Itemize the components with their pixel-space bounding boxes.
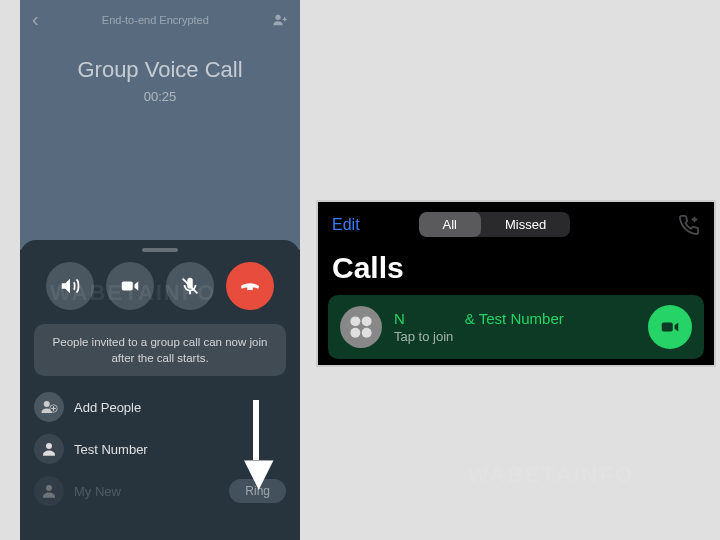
call-timer: 00:25 — [20, 89, 300, 104]
add-people-icon — [34, 392, 64, 422]
svg-point-11 — [362, 328, 372, 338]
svg-point-0 — [275, 14, 280, 19]
svg-rect-12 — [662, 322, 673, 331]
add-participant-icon[interactable] — [272, 12, 288, 28]
mute-button[interactable] — [166, 262, 214, 310]
svg-point-9 — [362, 316, 372, 326]
card-subtitle: Tap to join — [394, 329, 636, 344]
annotation-arrow-line — [253, 400, 259, 460]
video-button[interactable] — [106, 262, 154, 310]
svg-point-7 — [46, 485, 52, 491]
speaker-button[interactable] — [46, 262, 94, 310]
participant-row-dim[interactable]: My New Ring — [20, 470, 300, 512]
person-icon — [34, 434, 64, 464]
dim-overlay: ‹ End-to-end Encrypted Group Voice Call … — [20, 0, 300, 250]
encrypted-label: End-to-end Encrypted — [39, 14, 272, 26]
active-call-card[interactable]: N & Test Number Tap to join — [328, 295, 704, 359]
tab-all[interactable]: All — [419, 212, 481, 237]
card-name-1: N — [394, 310, 405, 327]
ring-button[interactable]: Ring — [229, 479, 286, 503]
tab-missed[interactable]: Missed — [481, 212, 570, 237]
info-box: People invited to a group call can now j… — [34, 324, 286, 376]
sheet-handle[interactable] — [142, 248, 178, 252]
join-video-button[interactable] — [648, 305, 692, 349]
svg-point-4 — [44, 401, 50, 407]
group-avatar-icon — [340, 306, 382, 348]
left-screenshot: ‹ End-to-end Encrypted Group Voice Call … — [20, 0, 300, 540]
card-name-2: & Test Number — [465, 310, 564, 327]
call-title: Group Voice Call — [20, 57, 300, 83]
right-screenshot: Edit All Missed Calls N & Test Number Ta… — [316, 200, 716, 367]
edit-button[interactable]: Edit — [332, 216, 360, 234]
person-icon — [34, 476, 64, 506]
participant-name-dim: My New — [74, 484, 219, 499]
svg-rect-1 — [122, 281, 133, 290]
hangup-button[interactable] — [226, 262, 274, 310]
new-call-icon[interactable] — [678, 214, 700, 236]
svg-point-8 — [350, 316, 360, 326]
svg-point-10 — [350, 328, 360, 338]
page-title: Calls — [318, 247, 714, 295]
back-icon[interactable]: ‹ — [32, 8, 39, 31]
svg-point-6 — [46, 443, 52, 449]
bottom-sheet: People invited to a group call can now j… — [20, 240, 300, 540]
segmented-control: All Missed — [419, 212, 571, 237]
watermark: WABETAINFO — [468, 462, 634, 488]
